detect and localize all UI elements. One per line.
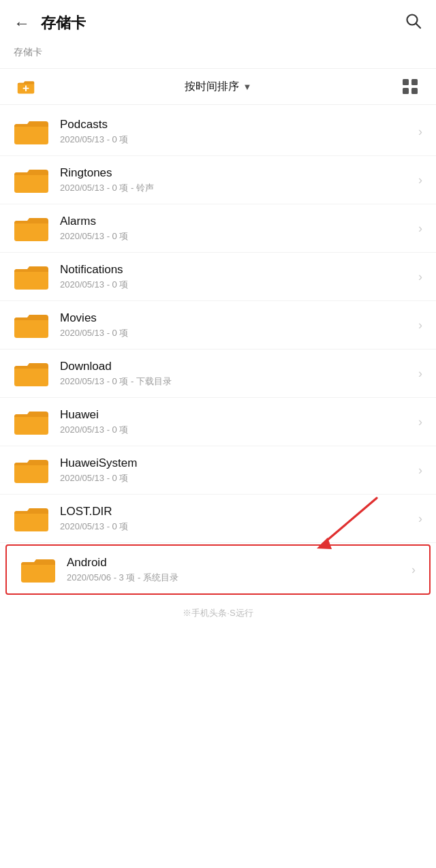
folder-info: LOST.DIR 2020/05/13 - 0 项 — [60, 505, 413, 533]
watermark: ※手机头条·S远行 — [0, 596, 436, 625]
folder-icon — [14, 166, 49, 194]
folder-info: HuaweiSystem 2020/05/13 - 0 项 — [60, 456, 413, 484]
folder-item[interactable]: Movies 2020/05/13 - 0 项 › — [0, 301, 436, 350]
svg-line-1 — [416, 24, 421, 29]
folder-icon — [14, 504, 49, 533]
folder-meta: 2020/05/13 - 0 项 — [60, 230, 413, 243]
sort-arrow-icon: ▼ — [243, 82, 252, 92]
svg-rect-16 — [14, 463, 48, 483]
folder-name: Notifications — [60, 263, 413, 277]
header: ← 存储卡 — [0, 0, 436, 41]
folder-name: HuaweiSystem — [60, 456, 413, 470]
folder-meta: 2020/05/06 - 3 项 - 系统目录 — [67, 572, 406, 584]
chevron-right-icon: › — [418, 173, 422, 187]
folder-name: Movies — [60, 311, 413, 325]
folder-icon — [14, 117, 49, 146]
chevron-right-icon: › — [418, 367, 422, 381]
folder-icon — [14, 214, 49, 243]
add-folder-button[interactable] — [14, 76, 38, 97]
folder-item[interactable]: Ringtones 2020/05/13 - 0 项 - 铃声 › — [0, 156, 436, 204]
chevron-right-icon: › — [418, 125, 422, 139]
chevron-right-icon: › — [418, 270, 422, 284]
svg-rect-17 — [14, 511, 48, 531]
folder-info: Android 2020/05/06 - 3 项 - 系统目录 — [67, 556, 406, 584]
view-toggle-button[interactable] — [398, 76, 422, 97]
svg-rect-14 — [14, 366, 48, 386]
folder-meta: 2020/05/13 - 0 项 - 铃声 — [60, 182, 413, 194]
chevron-right-icon: › — [418, 512, 422, 526]
folder-name: Download — [60, 360, 413, 373]
folder-item[interactable]: Alarms 2020/05/13 - 0 项 › — [0, 204, 436, 253]
folder-item[interactable]: Android 2020/05/06 - 3 项 - 系统目录 › — [5, 544, 431, 595]
folder-item[interactable]: Notifications 2020/05/13 - 0 项 › — [0, 253, 436, 301]
folder-name: Ringtones — [60, 166, 413, 180]
search-icon[interactable] — [405, 12, 422, 34]
svg-rect-5 — [403, 79, 409, 85]
folder-item[interactable]: Download 2020/05/13 - 0 项 - 下载目录 › — [0, 350, 436, 398]
folder-meta: 2020/05/13 - 0 项 — [60, 327, 413, 339]
folder-meta: 2020/05/13 - 0 项 — [60, 279, 413, 291]
folder-icon — [14, 262, 49, 291]
svg-rect-12 — [14, 269, 48, 290]
chevron-right-icon: › — [418, 318, 422, 332]
folder-meta: 2020/05/13 - 0 项 — [60, 134, 413, 146]
folder-meta: 2020/05/13 - 0 项 — [60, 521, 413, 533]
folder-item[interactable]: HuaweiSystem 2020/05/13 - 0 项 › — [0, 446, 436, 495]
folder-item[interactable]: Podcasts 2020/05/13 - 0 项 › — [0, 108, 436, 156]
folder-item[interactable]: LOST.DIR 2020/05/13 - 0 项 › — [0, 495, 436, 543]
folder-icon — [14, 311, 49, 339]
svg-rect-7 — [403, 88, 409, 94]
folder-info: Huawei 2020/05/13 - 0 项 — [60, 408, 413, 436]
folder-icon — [20, 555, 56, 584]
breadcrumb: 存储卡 — [0, 41, 436, 68]
folder-info: Alarms 2020/05/13 - 0 项 — [60, 215, 413, 243]
folder-icon — [14, 359, 49, 388]
folder-name: LOST.DIR — [60, 505, 413, 518]
folder-name: Podcasts — [60, 118, 413, 131]
folder-info: Download 2020/05/13 - 0 项 - 下载目录 — [60, 360, 413, 388]
sort-button[interactable]: 按时间排序 ▼ — [38, 80, 398, 94]
chevron-right-icon: › — [411, 563, 416, 577]
toolbar: 按时间排序 ▼ — [0, 68, 436, 105]
svg-rect-9 — [14, 124, 48, 144]
chevron-right-icon: › — [418, 221, 422, 236]
folder-item[interactable]: Huawei 2020/05/13 - 0 项 › — [0, 398, 436, 446]
folder-info: Ringtones 2020/05/13 - 0 项 - 铃声 — [60, 166, 413, 194]
page-title: 存储卡 — [41, 13, 405, 33]
svg-rect-13 — [14, 317, 48, 338]
back-button[interactable]: ← — [14, 14, 30, 33]
svg-rect-15 — [14, 414, 48, 435]
folder-name: Huawei — [60, 408, 413, 422]
folder-icon — [14, 407, 49, 436]
folder-info: Movies 2020/05/13 - 0 项 — [60, 311, 413, 339]
svg-rect-20 — [21, 562, 55, 583]
folder-meta: 2020/05/13 - 0 项 — [60, 472, 413, 484]
folder-name: Alarms — [60, 215, 413, 228]
folder-info: Podcasts 2020/05/13 - 0 项 — [60, 118, 413, 146]
svg-rect-6 — [411, 79, 418, 85]
folder-name: Android — [67, 556, 406, 570]
folder-icon — [14, 456, 49, 484]
svg-rect-10 — [14, 172, 48, 193]
folder-info: Notifications 2020/05/13 - 0 项 — [60, 263, 413, 291]
chevron-right-icon: › — [418, 463, 422, 478]
folder-meta: 2020/05/13 - 0 项 — [60, 424, 413, 436]
svg-rect-11 — [14, 221, 48, 241]
folder-meta: 2020/05/13 - 0 项 - 下载目录 — [60, 375, 413, 388]
folder-list: Podcasts 2020/05/13 - 0 项 › Ringtones 20… — [0, 108, 436, 595]
svg-rect-8 — [411, 88, 418, 94]
chevron-right-icon: › — [418, 415, 422, 429]
